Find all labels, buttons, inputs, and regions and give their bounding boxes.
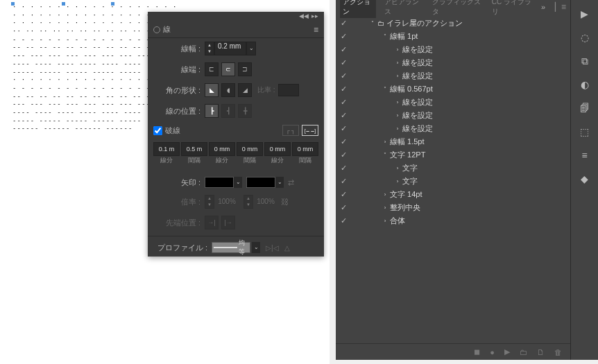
tab-actions[interactable]: アクション xyxy=(340,0,376,18)
panel-tab-stroke[interactable]: 線 ≡ xyxy=(148,21,324,38)
action-row[interactable]: ✓›文字 xyxy=(336,175,570,188)
artboard-icon[interactable]: ⧉ xyxy=(576,53,593,69)
cap-butt-button[interactable]: ⊏ xyxy=(205,62,219,76)
tab-appearance[interactable]: アピアランス xyxy=(382,0,424,18)
profile-dropdown[interactable]: ⌄ xyxy=(252,242,260,253)
action-row[interactable]: ✓˅🗀イラレ屋のアクション xyxy=(336,17,570,30)
action-check-icon[interactable]: ✓ xyxy=(336,190,351,199)
tabs-overflow-icon[interactable]: » xyxy=(541,3,545,11)
action-check-icon[interactable]: ✓ xyxy=(336,177,351,186)
selection-handle[interactable] xyxy=(11,2,15,6)
selection-handle[interactable] xyxy=(111,2,114,6)
tree-toggle-icon[interactable]: › xyxy=(394,178,401,184)
action-check-icon[interactable]: ✓ xyxy=(336,85,351,94)
action-row[interactable]: ✓›文字 xyxy=(336,162,570,175)
action-row[interactable]: ✓˅線幅 0.567pt xyxy=(336,83,570,96)
tree-toggle-icon[interactable]: › xyxy=(394,60,401,66)
tab-cc-libraries[interactable]: CC ライブラリ xyxy=(489,0,536,18)
limit-input[interactable] xyxy=(278,84,299,96)
dash-align-button[interactable]: [‒ ‒] xyxy=(302,125,318,136)
action-check-icon[interactable]: ✓ xyxy=(336,216,351,225)
3d-icon[interactable]: ⬚ xyxy=(576,123,593,140)
join-bevel-button[interactable]: ◢ xyxy=(238,83,252,97)
tip-extend-button[interactable]: →| xyxy=(205,216,219,229)
selection-handle[interactable] xyxy=(62,2,65,6)
dash-value-input[interactable] xyxy=(153,142,180,156)
action-row[interactable]: ✓›線を設定 xyxy=(336,43,570,56)
tree-toggle-icon[interactable]: › xyxy=(394,165,401,171)
new-action-icon[interactable]: 🗋 xyxy=(537,348,545,356)
weight-unit-dropdown[interactable]: ⌄ xyxy=(246,42,256,55)
arrow-start-swatch[interactable] xyxy=(205,177,234,188)
action-row[interactable]: ✓˅文字 12PT xyxy=(336,148,570,162)
action-check-icon[interactable]: ✓ xyxy=(336,32,351,41)
align-outside-button[interactable]: ╋ xyxy=(238,104,252,118)
action-check-icon[interactable]: ✓ xyxy=(336,45,351,54)
action-row[interactable]: ✓›線を設定 xyxy=(336,69,570,83)
dash-value-input[interactable] xyxy=(264,142,291,156)
dash-value-input[interactable] xyxy=(292,142,318,156)
play-icon[interactable]: ▶ xyxy=(504,347,510,356)
action-row[interactable]: ✓›文字 14pt xyxy=(336,188,570,201)
cloud-icon[interactable]: ◐ xyxy=(576,76,593,93)
panel-header[interactable]: ◀◀ ▸▸ xyxy=(148,12,324,21)
action-check-icon[interactable]: ✓ xyxy=(336,164,351,173)
align-inside-button[interactable]: ┫ xyxy=(221,104,235,118)
dash-checkbox[interactable] xyxy=(153,126,162,135)
action-check-icon[interactable]: ✓ xyxy=(336,19,351,28)
tree-toggle-icon[interactable]: ˅ xyxy=(382,152,388,158)
tree-toggle-icon[interactable]: ˅ xyxy=(369,20,376,26)
tree-toggle-icon[interactable]: › xyxy=(394,125,401,132)
dash-value-input[interactable] xyxy=(237,142,263,156)
delete-icon[interactable]: 🗑 xyxy=(554,348,562,356)
dash-exact-button[interactable]: ┌ ┐ xyxy=(282,125,299,136)
tree-toggle-icon[interactable]: › xyxy=(394,73,401,79)
flip-along-icon[interactable]: ▷|◁ xyxy=(266,244,279,252)
action-check-icon[interactable]: ✓ xyxy=(336,98,351,107)
flip-across-icon[interactable]: △ xyxy=(284,244,290,252)
action-check-icon[interactable]: ✓ xyxy=(336,58,351,67)
action-row[interactable]: ✓›線を設定 xyxy=(336,96,570,109)
tree-toggle-icon[interactable]: › xyxy=(382,205,388,211)
color-icon[interactable]: ◌ xyxy=(576,29,593,46)
stop-icon[interactable]: ◼ xyxy=(474,347,480,356)
record-icon[interactable]: ● xyxy=(490,348,495,356)
new-set-icon[interactable]: 🗀 xyxy=(520,348,527,356)
profile-swatch[interactable]: 均等 xyxy=(212,242,250,253)
tree-toggle-icon[interactable]: › xyxy=(394,99,401,105)
selected-artwork[interactable]: · · · · · · · · · · · · · · · · · · · · … xyxy=(12,3,113,128)
swap-arrows-icon[interactable]: ⇄ xyxy=(288,178,294,187)
action-row[interactable]: ✓›線を設定 xyxy=(336,109,570,122)
arrow-start-dropdown[interactable]: ⌄ xyxy=(234,177,242,188)
tree-toggle-icon[interactable]: › xyxy=(394,112,401,119)
action-row[interactable]: ✓›線を設定 xyxy=(336,122,570,135)
action-check-icon[interactable]: ✓ xyxy=(336,203,351,212)
weight-input[interactable]: 0.2 mm xyxy=(214,42,246,55)
cap-round-button[interactable]: ⊂ xyxy=(221,62,235,76)
arrow-end-dropdown[interactable]: ⌄ xyxy=(275,177,284,188)
action-check-icon[interactable]: ✓ xyxy=(336,124,351,133)
play-icon[interactable]: ▶ xyxy=(576,6,593,22)
arrow-end-swatch[interactable] xyxy=(246,177,275,188)
collapse-icon[interactable]: ◀◀ xyxy=(299,12,309,19)
tip-end-button[interactable]: |→ xyxy=(221,216,235,229)
tab-graphic-styles[interactable]: グラフィックスタ xyxy=(429,0,484,18)
tree-toggle-icon[interactable]: › xyxy=(382,139,388,145)
weight-stepper[interactable]: ▲▼ xyxy=(205,42,214,55)
join-miter-button[interactable]: ◣ xyxy=(205,83,219,97)
dash-value-input[interactable] xyxy=(209,142,235,156)
panel-menu-icon[interactable]: ▏≡ xyxy=(555,2,566,12)
cap-projecting-button[interactable]: ⊐ xyxy=(238,62,252,76)
action-check-icon[interactable]: ✓ xyxy=(336,150,351,159)
tree-toggle-icon[interactable]: ˅ xyxy=(382,86,388,92)
action-row[interactable]: ✓›合体 xyxy=(336,214,570,227)
tree-toggle-icon[interactable]: › xyxy=(382,191,388,198)
dash-value-input[interactable] xyxy=(181,142,207,156)
tree-toggle-icon[interactable]: ˅ xyxy=(382,33,388,40)
join-round-button[interactable]: ◖ xyxy=(221,83,235,97)
link-scale-icon[interactable]: ⛓ xyxy=(281,198,289,206)
action-row[interactable]: ✓›線幅 1.5pt xyxy=(336,135,570,148)
align-center-button[interactable]: ┣ xyxy=(205,104,219,118)
action-check-icon[interactable]: ✓ xyxy=(336,111,351,120)
action-row[interactable]: ✓›線を設定 xyxy=(336,56,570,69)
